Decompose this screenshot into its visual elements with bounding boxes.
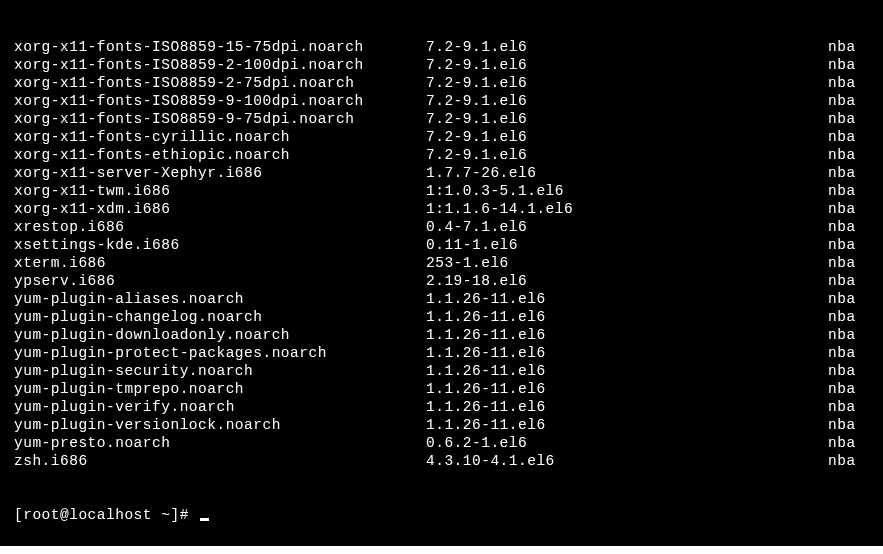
package-name: yum-plugin-security.noarch <box>14 362 426 380</box>
package-repo: nba <box>828 326 883 344</box>
package-version: 253-1.el6 <box>426 254 828 272</box>
package-name: yum-plugin-aliases.noarch <box>14 290 426 308</box>
package-version: 7.2-9.1.el6 <box>426 74 828 92</box>
package-version: 7.2-9.1.el6 <box>426 92 828 110</box>
package-version: 1:1.1.6-14.1.el6 <box>426 200 828 218</box>
package-version: 1.1.26-11.el6 <box>426 308 828 326</box>
package-name: zsh.i686 <box>14 452 426 470</box>
package-version: 1.1.26-11.el6 <box>426 380 828 398</box>
package-row: zsh.i6864.3.10-4.1.el6nba <box>14 452 883 470</box>
package-row: yum-plugin-tmprepo.noarch1.1.26-11.el6nb… <box>14 380 883 398</box>
package-row: yum-plugin-changelog.noarch1.1.26-11.el6… <box>14 308 883 326</box>
package-name: xsettings-kde.i686 <box>14 236 426 254</box>
package-version: 1.1.26-11.el6 <box>426 344 828 362</box>
package-repo: nba <box>828 236 883 254</box>
package-version: 0.11-1.el6 <box>426 236 828 254</box>
package-name: xorg-x11-twm.i686 <box>14 182 426 200</box>
package-version: 1.1.26-11.el6 <box>426 416 828 434</box>
package-repo: nba <box>828 362 883 380</box>
package-row: xrestop.i6860.4-7.1.el6nba <box>14 218 883 236</box>
package-repo: nba <box>828 218 883 236</box>
package-name: xorg-x11-fonts-ISO8859-15-75dpi.noarch <box>14 38 426 56</box>
package-repo: nba <box>828 164 883 182</box>
package-row: yum-plugin-verify.noarch1.1.26-11.el6nba <box>14 398 883 416</box>
package-repo: nba <box>828 398 883 416</box>
package-name: xrestop.i686 <box>14 218 426 236</box>
package-name: yum-plugin-protect-packages.noarch <box>14 344 426 362</box>
package-repo: nba <box>828 272 883 290</box>
package-version: 4.3.10-4.1.el6 <box>426 452 828 470</box>
package-repo: nba <box>828 344 883 362</box>
package-row: yum-plugin-protect-packages.noarch1.1.26… <box>14 344 883 362</box>
package-row: yum-plugin-versionlock.noarch1.1.26-11.e… <box>14 416 883 434</box>
package-repo: nba <box>828 254 883 272</box>
package-version: 7.2-9.1.el6 <box>426 128 828 146</box>
package-version: 7.2-9.1.el6 <box>426 146 828 164</box>
package-repo: nba <box>828 434 883 452</box>
package-name: xorg-x11-fonts-cyrillic.noarch <box>14 128 426 146</box>
package-version: 1:1.0.3-5.1.el6 <box>426 182 828 200</box>
package-version: 0.6.2-1.el6 <box>426 434 828 452</box>
package-version: 1.7.7-26.el6 <box>426 164 828 182</box>
package-name: yum-plugin-changelog.noarch <box>14 308 426 326</box>
package-name: xorg-x11-xdm.i686 <box>14 200 426 218</box>
package-repo: nba <box>828 92 883 110</box>
package-repo: nba <box>828 146 883 164</box>
package-name: xorg-x11-fonts-ISO8859-2-75dpi.noarch <box>14 74 426 92</box>
package-name: xorg-x11-fonts-ISO8859-2-100dpi.noarch <box>14 56 426 74</box>
package-row: xorg-x11-twm.i6861:1.0.3-5.1.el6nba <box>14 182 883 200</box>
package-name: xterm.i686 <box>14 254 426 272</box>
package-repo: nba <box>828 200 883 218</box>
package-row: xorg-x11-fonts-ethiopic.noarch7.2-9.1.el… <box>14 146 883 164</box>
shell-prompt[interactable]: [root@localhost ~]# <box>14 506 883 524</box>
package-repo: nba <box>828 128 883 146</box>
package-version: 7.2-9.1.el6 <box>426 38 828 56</box>
package-version: 1.1.26-11.el6 <box>426 290 828 308</box>
package-name: yum-presto.noarch <box>14 434 426 452</box>
package-repo: nba <box>828 182 883 200</box>
package-repo: nba <box>828 290 883 308</box>
prompt-text: [root@localhost ~]# <box>14 507 198 523</box>
package-repo: nba <box>828 380 883 398</box>
package-row: yum-plugin-security.noarch1.1.26-11.el6n… <box>14 362 883 380</box>
package-repo: nba <box>828 416 883 434</box>
document-body: 把里面光盘的 rpm 包都读取出来，yum 搭建完成↵ Iscsi 服务器通常也… <box>0 546 883 554</box>
package-row: xorg-x11-fonts-ISO8859-15-75dpi.noarch7.… <box>14 38 883 56</box>
package-version: 2.19-18.el6 <box>426 272 828 290</box>
package-row: xorg-x11-fonts-ISO8859-9-100dpi.noarch7.… <box>14 92 883 110</box>
package-repo: nba <box>828 308 883 326</box>
package-row: yum-plugin-aliases.noarch1.1.26-11.el6nb… <box>14 290 883 308</box>
package-version: 7.2-9.1.el6 <box>426 110 828 128</box>
package-name: xorg-x11-fonts-ISO8859-9-75dpi.noarch <box>14 110 426 128</box>
package-repo: nba <box>828 452 883 470</box>
package-row: xorg-x11-fonts-ISO8859-2-75dpi.noarch7.2… <box>14 74 883 92</box>
cursor-icon <box>200 518 209 521</box>
package-name: yum-plugin-versionlock.noarch <box>14 416 426 434</box>
package-row: yum-plugin-downloadonly.noarch1.1.26-11.… <box>14 326 883 344</box>
package-row: xterm.i686253-1.el6nba <box>14 254 883 272</box>
package-row: yum-presto.noarch0.6.2-1.el6nba <box>14 434 883 452</box>
package-row: xorg-x11-server-Xephyr.i6861.7.7-26.el6n… <box>14 164 883 182</box>
package-row: xorg-x11-fonts-cyrillic.noarch7.2-9.1.el… <box>14 128 883 146</box>
package-row: xorg-x11-fonts-ISO8859-2-100dpi.noarch7.… <box>14 56 883 74</box>
package-name: xorg-x11-fonts-ISO8859-9-100dpi.noarch <box>14 92 426 110</box>
terminal-output[interactable]: xorg-x11-fonts-ISO8859-15-75dpi.noarch7.… <box>0 0 883 546</box>
package-name: xorg-x11-server-Xephyr.i686 <box>14 164 426 182</box>
package-name: yum-plugin-downloadonly.noarch <box>14 326 426 344</box>
package-version: 1.1.26-11.el6 <box>426 398 828 416</box>
package-repo: nba <box>828 74 883 92</box>
package-repo: nba <box>828 110 883 128</box>
package-row: xorg-x11-xdm.i6861:1.1.6-14.1.el6nba <box>14 200 883 218</box>
package-row: xsettings-kde.i6860.11-1.el6nba <box>14 236 883 254</box>
package-name: xorg-x11-fonts-ethiopic.noarch <box>14 146 426 164</box>
package-version: 1.1.26-11.el6 <box>426 326 828 344</box>
package-row: xorg-x11-fonts-ISO8859-9-75dpi.noarch7.2… <box>14 110 883 128</box>
package-repo: nba <box>828 38 883 56</box>
package-row: ypserv.i6862.19-18.el6nba <box>14 272 883 290</box>
package-repo: nba <box>828 56 883 74</box>
package-version: 7.2-9.1.el6 <box>426 56 828 74</box>
package-name: yum-plugin-tmprepo.noarch <box>14 380 426 398</box>
package-name: yum-plugin-verify.noarch <box>14 398 426 416</box>
package-name: ypserv.i686 <box>14 272 426 290</box>
package-version: 0.4-7.1.el6 <box>426 218 828 236</box>
